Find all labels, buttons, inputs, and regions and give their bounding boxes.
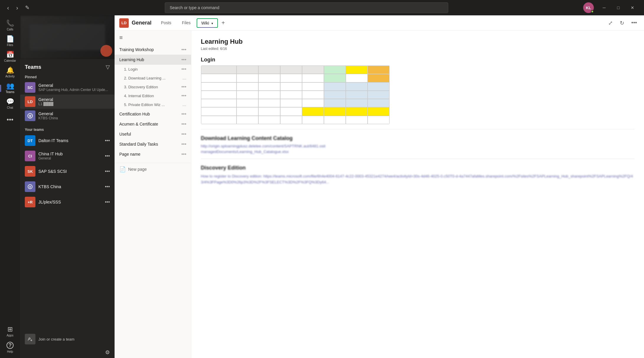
filter-icon[interactable]: ▽ bbox=[106, 64, 110, 70]
your-team-4[interactable]: +R JL/plex/SSS ••• bbox=[20, 194, 115, 210]
your-team-0[interactable]: DT Dalton IT Teams ••• bbox=[20, 133, 115, 148]
maximize-button[interactable]: □ bbox=[612, 3, 625, 12]
titlebar-right: KL ─ □ ✕ bbox=[583, 2, 639, 13]
edit-icon-button[interactable]: ✎ bbox=[25, 4, 30, 11]
wiki-page-std-label: Standard Daily Tasks bbox=[119, 142, 158, 147]
wiki-subpage-0[interactable]: 1. Login ••• bbox=[115, 65, 191, 74]
wiki-subpage-3[interactable]: 4. Internal Edition ••• bbox=[115, 91, 191, 100]
sidebar-item-teams[interactable]: 👥 Teams bbox=[0, 80, 20, 96]
pinned-team-2[interactable]: General KTBS China bbox=[20, 109, 115, 123]
wiki-page-acumen-more[interactable]: ••• bbox=[181, 121, 186, 127]
wiki-subpage-1-label: 2. Download Learning ... bbox=[124, 76, 166, 80]
wiki-page-acumen[interactable]: Acumen & Certificate ••• bbox=[115, 119, 191, 129]
wiki-page-cert-more[interactable]: ••• bbox=[181, 111, 186, 117]
window-controls: ─ □ ✕ bbox=[597, 3, 639, 12]
files-icon: 📄 bbox=[6, 36, 14, 42]
tab-posts[interactable]: Posts bbox=[156, 18, 176, 28]
wiki-page-useful-more[interactable]: ••• bbox=[181, 131, 186, 137]
wiki-page-pn-label: Page name bbox=[119, 152, 141, 157]
activity-label: Activity bbox=[5, 75, 15, 78]
tab-underline bbox=[200, 27, 215, 28]
add-tab-button[interactable]: + bbox=[219, 18, 227, 27]
your-team-more-1[interactable]: ••• bbox=[105, 153, 110, 159]
wiki-section-download: Download Learning Content Catalog bbox=[201, 135, 635, 141]
wiki-title: Learning Hub bbox=[201, 38, 635, 45]
gear-row: ⚙ bbox=[20, 347, 115, 358]
search-bar[interactable]: Search or type a command bbox=[165, 2, 448, 13]
team-name-2: General bbox=[38, 111, 110, 116]
wiki-subpage-2[interactable]: 3. Discovery Edition ••• bbox=[115, 82, 191, 91]
wiki-page-useful[interactable]: Useful ••• bbox=[115, 129, 191, 139]
close-button[interactable]: ✕ bbox=[626, 3, 639, 12]
activity-icon: 🔔 bbox=[6, 67, 14, 74]
wiki-subpage-1[interactable]: 2. Download Learning ... ... bbox=[115, 74, 191, 82]
tab-files[interactable]: Files bbox=[177, 18, 195, 28]
create-team-icon bbox=[25, 334, 35, 344]
channel-name: General bbox=[132, 20, 151, 26]
wiki-subpage-0-label: 1. Login bbox=[124, 67, 138, 71]
your-team-avatar-0: DT bbox=[25, 135, 35, 146]
your-team-avatar-2: SK bbox=[25, 166, 35, 177]
wiki-subpage-3-more[interactable]: ••• bbox=[181, 93, 186, 98]
wiki-page-standard[interactable]: Standard Daily Tasks ••• bbox=[115, 139, 191, 149]
section-divider-2 bbox=[201, 159, 635, 159]
wiki-page-training-label: Training Workshop bbox=[119, 47, 154, 52]
team-sub-1: L1 ████ bbox=[38, 102, 110, 106]
wiki-subpage-0-more[interactable]: ••• bbox=[181, 66, 186, 72]
wiki-last-edited: Last edited: 6/16 bbox=[201, 47, 635, 51]
manage-teams-gear[interactable]: ⚙ bbox=[105, 349, 110, 356]
panel-title: Teams bbox=[25, 64, 41, 70]
wiki-subpage-4-more[interactable]: ... bbox=[182, 102, 186, 107]
sidebar-item-calls[interactable]: 📞 Calls bbox=[0, 18, 20, 33]
pinned-team-1[interactable]: LD General L1 ████ bbox=[20, 95, 115, 109]
forward-button[interactable]: › bbox=[14, 3, 21, 12]
sidebar-item-files[interactable]: 📄 Files bbox=[0, 33, 20, 49]
wiki-page-std-more[interactable]: ••• bbox=[181, 141, 186, 147]
sidebar-item-apps[interactable]: ⊞ Apps bbox=[6, 324, 14, 339]
refresh-button[interactable]: ↻ bbox=[617, 19, 627, 27]
your-team-more-4[interactable]: ••• bbox=[105, 199, 110, 205]
nav-buttons: ‹ › bbox=[5, 3, 20, 12]
new-page-label: New page bbox=[128, 167, 147, 172]
thumbnail-overlay bbox=[100, 45, 112, 57]
wiki-page-learning-hub[interactable]: Learning Hub ••• bbox=[115, 55, 191, 65]
your-team-2[interactable]: SK SAP S&S SCSI ••• bbox=[20, 164, 115, 179]
back-button[interactable]: ‹ bbox=[5, 3, 12, 12]
your-team-3[interactable]: KTBS China ••• bbox=[20, 179, 115, 194]
sidebar-item-calendar[interactable]: 📅 Calendar bbox=[0, 49, 20, 65]
teams-label: Teams bbox=[6, 90, 14, 94]
wiki-page-training-more[interactable]: ••• bbox=[181, 47, 186, 52]
user-avatar[interactable]: KL bbox=[583, 2, 594, 13]
your-team-more-3[interactable]: ••• bbox=[105, 184, 110, 189]
your-team-more-2[interactable]: ••• bbox=[105, 169, 110, 174]
sidebar-item-activity[interactable]: 🔔 Activity bbox=[0, 65, 20, 80]
calls-label: Calls bbox=[7, 28, 13, 31]
wiki-page-pn-more[interactable]: ••• bbox=[181, 152, 186, 157]
wiki-link-2[interactable]: managedDocuments/Learning_Hub_Catalogue.… bbox=[201, 149, 635, 154]
tab-wiki[interactable]: Wiki ▾ bbox=[197, 18, 218, 28]
sidebar-item-more[interactable]: ••• bbox=[0, 114, 20, 125]
wiki-subpage-4-label: 5. Private Edition Wiz ... bbox=[124, 102, 165, 107]
team-name-1: General bbox=[38, 97, 110, 102]
pinned-team-0[interactable]: SC General SAP Learning Hub, Admin Cente… bbox=[20, 80, 115, 95]
wiki-page-useful-label: Useful bbox=[119, 132, 131, 136]
wiki-page-lh-more[interactable]: ••• bbox=[181, 57, 186, 62]
minimize-button[interactable]: ─ bbox=[597, 3, 611, 12]
wiki-subpage-2-more[interactable]: ••• bbox=[181, 84, 186, 90]
wiki-page-pagename[interactable]: Page name ••• bbox=[115, 149, 191, 159]
wiki-link-1[interactable]: http://origin.sploarningplusz.deletee.co… bbox=[201, 144, 635, 148]
your-team-more-0[interactable]: ••• bbox=[105, 138, 110, 143]
wiki-subpage-1-more[interactable]: ... bbox=[182, 75, 186, 81]
more-options-button[interactable]: ••• bbox=[629, 19, 639, 27]
sidebar-item-chat[interactable]: 💬 Chat bbox=[0, 96, 20, 112]
create-team-row[interactable]: Join or create a team bbox=[20, 331, 115, 347]
wiki-page-cert-label: Certification Hub bbox=[119, 112, 150, 116]
wiki-new-page-button[interactable]: 📄 New page bbox=[115, 163, 191, 175]
sidebar-item-help[interactable]: ? Help bbox=[6, 339, 14, 356]
wiki-subpage-4[interactable]: 5. Private Edition Wiz ... ... bbox=[115, 100, 191, 109]
wiki-menu-icon[interactable]: ≡ bbox=[119, 34, 123, 41]
wiki-page-training[interactable]: Training Workshop ••• bbox=[115, 45, 191, 55]
expand-button[interactable]: ⤢ bbox=[606, 19, 615, 27]
your-team-1[interactable]: CI China IT Hub General ••• bbox=[20, 148, 115, 164]
wiki-page-certification[interactable]: Certification Hub ••• bbox=[115, 109, 191, 119]
